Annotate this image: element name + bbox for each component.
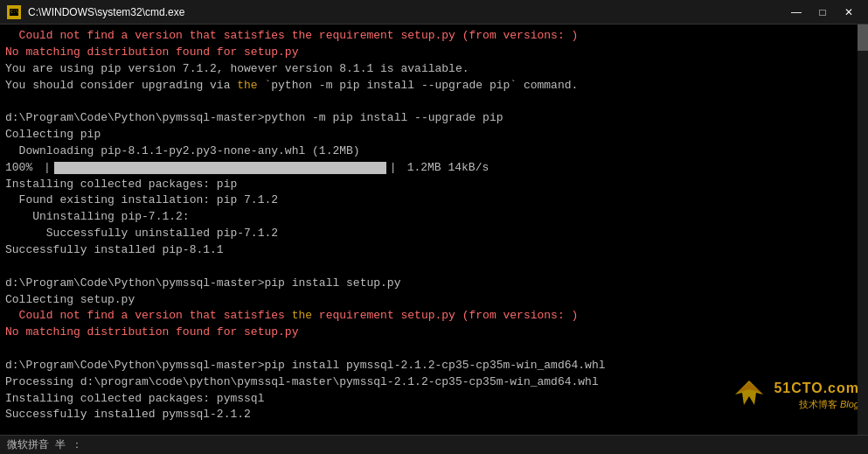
progress-bar xyxy=(54,162,386,174)
window-icon xyxy=(7,5,21,19)
statusbar-text: 微软拼音 半 ： xyxy=(7,437,82,452)
line-10: Installing collected packages: pip xyxy=(5,177,863,193)
line-20 xyxy=(5,341,863,358)
cmd-icon xyxy=(9,8,19,17)
line-8: Downloading pip-8.1.1-py2.py3-none-any.w… xyxy=(5,143,863,160)
statusbar: 微软拼音 半 ： xyxy=(0,435,868,454)
minimize-button[interactable]: — xyxy=(784,3,809,21)
progress-fill xyxy=(54,162,386,174)
maximize-button[interactable]: □ xyxy=(810,3,835,21)
line-7: Collecting pip xyxy=(5,127,863,143)
terminal-output: Could not find a version that satisfies … xyxy=(5,28,863,435)
pipe-left: | xyxy=(44,160,51,177)
line-21: d:\Program\Code\Python\pymssql-master>pi… xyxy=(5,358,863,374)
watermark-bird-icon xyxy=(730,379,768,410)
terminal-content: Could not find a version that satisfies … xyxy=(0,24,868,435)
titlebar-controls: — □ ✕ xyxy=(784,3,861,21)
line-5 xyxy=(5,94,863,110)
highlight-the: the xyxy=(237,79,257,92)
line-15 xyxy=(5,259,863,276)
cmd-window: C:\WINDOWS\system32\cmd.exe — □ ✕ Could … xyxy=(0,0,868,454)
window-title: C:\WINDOWS\system32\cmd.exe xyxy=(28,6,184,18)
watermark-blog: Blog xyxy=(840,398,859,412)
scrollbar-thumb[interactable] xyxy=(858,24,868,51)
watermark-label: 技术博客 xyxy=(799,398,837,412)
close-button[interactable]: ✕ xyxy=(837,3,861,21)
highlight-the2: the xyxy=(292,309,312,322)
line-1: Could not find a version that satisfies … xyxy=(5,28,863,45)
pipe-right: | xyxy=(390,160,397,177)
watermark: 51CTO.com 技术博客 Blog xyxy=(730,378,859,412)
line-3: You are using pip version 7.1.2, however… xyxy=(5,61,863,78)
watermark-site: 51CTO.com xyxy=(774,378,859,398)
line-16: d:\Program\Code\Python\pymssql-master>pi… xyxy=(5,276,863,292)
eagle-icon xyxy=(730,379,768,410)
titlebar-left: C:\WINDOWS\system32\cmd.exe xyxy=(7,5,184,19)
line-13: Successfully uninstalled pip-7.1.2 xyxy=(5,226,863,242)
line-18: Could not find a version that satisfies … xyxy=(5,308,863,325)
line-17: Collecting setup.py xyxy=(5,292,863,309)
watermark-text-block: 51CTO.com 技术博客 Blog xyxy=(774,378,859,412)
line-4: You should consider upgrading via the `p… xyxy=(5,78,863,94)
line-12: Uninstalling pip-7.1.2: xyxy=(5,209,863,226)
line-6: d:\Program\Code\Python\pymssql-master>py… xyxy=(5,110,863,127)
titlebar: C:\WINDOWS\system32\cmd.exe — □ ✕ xyxy=(0,0,868,24)
progress-percent: 100% xyxy=(5,160,40,177)
line-19: No matching distribution found for setup… xyxy=(5,325,863,341)
scrollbar[interactable] xyxy=(858,24,868,435)
progress-speed: 1.2MB 14kB/s xyxy=(407,160,490,177)
line-25 xyxy=(5,423,863,435)
line-2: No matching distribution found for setup… xyxy=(5,45,863,61)
line-14: Successfully installed pip-8.1.1 xyxy=(5,242,863,259)
line-11: Found existing installation: pip 7.1.2 xyxy=(5,192,863,209)
progress-row: 100% | | 1.2MB 14kB/s xyxy=(5,160,863,177)
